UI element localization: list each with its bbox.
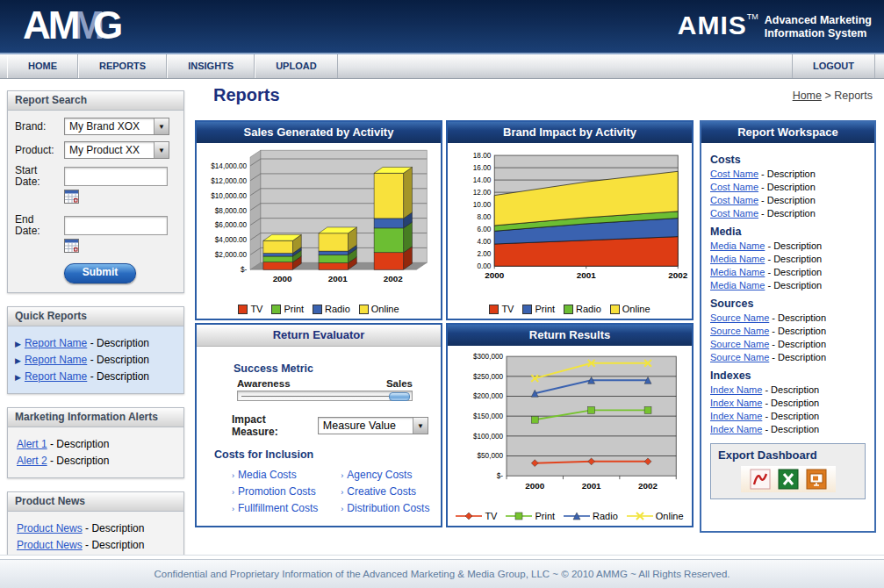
svg-text:$50,000: $50,000 (478, 452, 504, 460)
impact-measure-select[interactable]: Measure Value ▼ (318, 417, 428, 434)
legend-swatch (522, 305, 532, 314)
media-link[interactable]: Media Name (710, 254, 765, 264)
slider-thumb[interactable] (389, 392, 410, 401)
index-link[interactable]: Index Name (710, 411, 762, 421)
legend-label: TV (501, 304, 514, 314)
list-item: ▶Report Name - Description (15, 370, 176, 383)
marketing-alerts-header: Marketing Information Alerts (8, 408, 183, 427)
arrow-bullet-icon: › (232, 505, 234, 513)
nav-tab-logout[interactable]: LOGOUT (792, 54, 875, 78)
source-link[interactable]: Source Name (710, 352, 769, 362)
list-item: Source Name - Description (710, 352, 866, 362)
arrow-bullet-icon: ▶ (15, 340, 21, 348)
end-date-input[interactable] (64, 216, 168, 235)
media-link[interactable]: Media Name (710, 280, 765, 290)
arrow-bullet-icon: ▶ (15, 356, 21, 365)
calendar-icon[interactable] (64, 239, 79, 253)
x-marker-icon (627, 512, 653, 520)
slider-right-label: Sales (386, 378, 413, 389)
creative-costs-link[interactable]: Creative Costs (347, 485, 416, 498)
product-select[interactable]: My Product XX ▼ (64, 141, 169, 159)
calendar-icon[interactable] (64, 190, 79, 204)
legend-label: Print (284, 304, 304, 314)
source-link[interactable]: Source Name (710, 339, 769, 349)
square-marker-icon (506, 512, 532, 520)
submit-button[interactable]: Submit (64, 263, 136, 283)
news-link[interactable]: Product News (17, 522, 83, 534)
marketing-alerts-panel: Marketing Information Alerts Alert 1 - D… (7, 407, 184, 478)
alert-link[interactable]: Alert 2 (17, 455, 47, 467)
report-link[interactable]: Report Name (25, 354, 87, 366)
end-date-label: End Date: (15, 214, 64, 237)
legend-item: Radio (313, 304, 350, 314)
news-link[interactable]: Product News (17, 539, 83, 551)
alert-link[interactable]: Alert 1 (17, 438, 47, 450)
report-link[interactable]: Report Name (25, 370, 87, 383)
svg-text:18.00: 18.00 (473, 152, 492, 160)
legend-label: Radio (325, 304, 350, 314)
quick-reports-header: Quick Reports (8, 307, 183, 326)
cost-link[interactable]: Cost Name (710, 182, 758, 192)
nav-tab-insights[interactable]: INSIGHTS (167, 54, 255, 78)
footer-text: Confidential and Proprietary Information… (154, 569, 729, 579)
legend-label: Online (371, 304, 399, 314)
brand-impact-panel: Brand Impact by Activity 0.002.004.006.0… (446, 120, 694, 320)
breadcrumb-home-link[interactable]: Home (793, 90, 822, 102)
cost-link[interactable]: Cost Name (710, 195, 758, 205)
nav-tab-home[interactable]: HOME (7, 54, 78, 78)
nav-tab-reports[interactable]: REPORTS (78, 54, 167, 78)
arrow-bullet-icon: › (232, 471, 234, 480)
arrow-bullet-icon: ▶ (15, 373, 21, 382)
svg-text:$4,000.00: $4,000.00 (215, 236, 248, 244)
report-link[interactable]: Report Name (25, 337, 87, 349)
svg-text:16.00: 16.00 (473, 164, 492, 172)
svg-text:0.00: 0.00 (477, 262, 491, 270)
legend-item: TV (456, 511, 497, 521)
list-item: Index Name - Description (710, 398, 866, 408)
start-date-input[interactable] (64, 167, 168, 186)
cost-link[interactable]: Cost Name (710, 208, 758, 219)
svg-text:2002: 2002 (668, 270, 687, 280)
brand-select[interactable]: My Brand XOX ▼ (64, 118, 169, 135)
svg-text:10.00: 10.00 (473, 201, 492, 209)
nav-tab-upload[interactable]: UPLOAD (255, 54, 337, 78)
pdf-export-icon[interactable] (750, 469, 771, 490)
success-metric-slider[interactable] (237, 391, 413, 401)
list-item: ▶Report Name - Description (15, 337, 176, 349)
list-item: Cost Name - Description (710, 169, 866, 179)
source-link[interactable]: Source Name (710, 312, 769, 323)
legend-item: TV (489, 304, 514, 314)
index-link[interactable]: Index Name (710, 384, 762, 395)
index-link[interactable]: Index Name (710, 398, 762, 408)
start-date-label: Start Date: (15, 165, 64, 188)
excel-export-icon[interactable] (778, 469, 799, 490)
slider-left-label: Awareness (237, 378, 291, 389)
cost-link[interactable]: Cost Name (710, 169, 758, 179)
media-link[interactable]: Media Name (710, 240, 765, 251)
svg-text:6.00: 6.00 (477, 226, 491, 233)
source-link[interactable]: Source Name (710, 326, 769, 336)
legend-item: Radio (564, 304, 601, 314)
list-item: Source Name - Description (710, 326, 866, 336)
legend-swatch (238, 305, 248, 314)
fullfillment-costs-link[interactable]: Fullfillment Costs (238, 502, 318, 514)
list-item: Index Name - Description (710, 424, 866, 434)
svg-text:12.00: 12.00 (473, 189, 492, 197)
return-results-title: Return Results (448, 325, 692, 346)
legend-label: Print (535, 511, 555, 521)
distribution-costs-link[interactable]: Distribution Costs (347, 502, 429, 514)
legend-item: Online (610, 304, 650, 314)
amis-name: AMISTM (678, 11, 758, 40)
chevron-down-icon: ▼ (154, 118, 169, 134)
return-results-chart-legend: TVPrintRadioOnline (448, 506, 692, 526)
return-results-line-chart: $-$50,000$100,000$150,000$200,000$250,00… (448, 346, 692, 506)
costs-column-2: ›Agency Costs ›Creative Costs ›Distribut… (341, 464, 429, 519)
promotion-costs-link[interactable]: Promotion Costs (238, 485, 316, 498)
powerpoint-export-icon[interactable] (806, 469, 827, 490)
index-link[interactable]: Index Name (710, 424, 762, 434)
media-link[interactable]: Media Name (710, 267, 765, 277)
media-costs-link[interactable]: Media Costs (238, 469, 297, 481)
agency-costs-link[interactable]: Agency Costs (347, 469, 412, 481)
brand-impact-panel-title: Brand Impact by Activity (448, 122, 692, 143)
svg-text:2001: 2001 (582, 481, 601, 491)
